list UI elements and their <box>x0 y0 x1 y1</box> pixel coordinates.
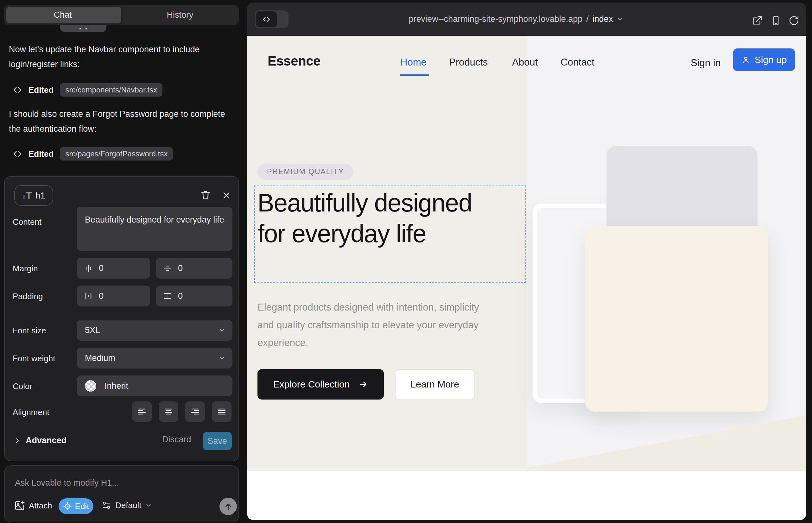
save-button[interactable]: Save <box>203 432 232 450</box>
explore-collection-button[interactable]: Explore Collection <box>258 369 384 399</box>
file-chip[interactable]: src/components/Navbar.tsx <box>60 83 162 96</box>
close-icon[interactable] <box>222 190 231 200</box>
align-center-button[interactable] <box>159 401 178 422</box>
nav-contact[interactable]: Contact <box>561 57 595 68</box>
arrow-right-icon <box>358 380 368 389</box>
padding-vertical-icon <box>163 291 172 301</box>
edit-mode-button[interactable]: Edit <box>58 498 93 514</box>
padding-y-input[interactable]: 0 <box>156 286 232 306</box>
nav-products[interactable]: Products <box>449 57 488 68</box>
arrow-up-icon <box>224 502 233 511</box>
element-tag: h1 <box>35 191 45 201</box>
smartphone-icon <box>771 15 781 26</box>
sliders-icon <box>101 500 111 510</box>
user-icon <box>741 55 750 64</box>
align-left-button[interactable] <box>132 401 152 422</box>
chevron-down-icon <box>145 502 152 509</box>
align-left-icon <box>137 407 147 417</box>
chat-message: Now let's update the Navbar component to… <box>9 42 232 72</box>
hero-heading[interactable]: Beautifully designed for everyday life <box>258 187 486 249</box>
code-icon <box>13 149 22 159</box>
align-right-icon <box>190 407 200 417</box>
chat-message: I should also create a Forgot Password p… <box>9 107 232 137</box>
refresh-icon <box>789 15 799 26</box>
url-page[interactable]: index <box>593 14 613 24</box>
site-logo[interactable]: Essence <box>268 54 320 69</box>
align-justify-button[interactable] <box>212 401 231 422</box>
padding-horizontal-icon <box>84 291 93 301</box>
sign-up-button[interactable]: Sign up <box>733 49 795 71</box>
align-center-icon <box>163 407 174 417</box>
selected-element-chip[interactable]: ᴛT h1 <box>14 185 53 206</box>
sign-in-link[interactable]: Sign in <box>691 57 721 69</box>
alignment-label: Alignment <box>13 408 49 417</box>
nav-active-underline <box>400 74 429 76</box>
font-weight-label: Font weight <box>13 354 55 363</box>
image-plus-icon <box>14 500 25 511</box>
nav-about[interactable]: About <box>512 57 538 68</box>
margin-label: Margin <box>13 264 38 273</box>
edited-label: Edited <box>29 149 54 159</box>
url-separator: / <box>586 14 589 24</box>
font-size-label: Font size <box>13 326 46 336</box>
learn-more-button[interactable]: Learn More <box>395 369 475 399</box>
content-label: Content <box>13 217 41 227</box>
content-input[interactable]: Beautifully designed for everyday life <box>77 207 232 251</box>
attach-button[interactable]: Attach <box>14 500 52 511</box>
font-size-select[interactable]: 5XL <box>77 320 232 341</box>
chevron-down-icon <box>617 16 623 23</box>
align-right-button[interactable] <box>185 401 205 422</box>
device-preview-button[interactable] <box>771 15 781 26</box>
quality-badge: PREMIUM QUALITY <box>258 164 353 180</box>
delete-element-button[interactable] <box>200 189 211 201</box>
color-select[interactable]: Inherit <box>77 376 232 396</box>
color-label: Color <box>13 381 32 391</box>
composer-input[interactable]: Ask Lovable to modify H1... <box>15 478 119 488</box>
refresh-button[interactable] <box>789 15 799 26</box>
edited-file-row[interactable]: Edited src/pages/ForgotPassword.tsx <box>13 146 173 161</box>
code-icon <box>13 85 22 95</box>
chevron-right-icon <box>14 437 21 445</box>
site-viewport: Essence Home Products About Contact Sign… <box>247 36 806 520</box>
section-below-hero <box>247 471 806 520</box>
url-host: preview--charming-site-symphony.lovable.… <box>409 14 583 24</box>
padding-label: Padding <box>13 292 43 301</box>
url-bar[interactable]: preview--charming-site-symphony.lovable.… <box>247 2 796 36</box>
transparent-swatch-icon <box>85 380 96 392</box>
send-button[interactable] <box>219 498 237 515</box>
margin-x-input[interactable]: 0 <box>77 258 150 278</box>
chevron-down-icon <box>218 354 226 362</box>
tab-chat[interactable]: Chat <box>4 5 121 25</box>
advanced-toggle[interactable]: Advanced <box>14 436 67 446</box>
margin-y-input[interactable]: 0 <box>156 258 232 278</box>
tab-history[interactable]: History <box>121 5 239 25</box>
discard-button[interactable]: Discard <box>162 435 191 445</box>
edited-file-row[interactable]: Edited src/components/Navbar.tsx <box>13 82 162 97</box>
decor-cream-rect <box>585 226 768 412</box>
app-window: Chat History Now let's update the Navbar… <box>0 0 812 523</box>
chevron-down-icon <box>218 326 226 334</box>
margin-horizontal-icon <box>84 264 93 273</box>
open-external-button[interactable] <box>752 15 763 26</box>
type-icon: ᴛT <box>22 190 32 201</box>
chat-history-tabs: Chat History <box>4 5 239 25</box>
mode-selector[interactable]: Default <box>101 500 152 510</box>
nav-home[interactable]: Home <box>400 57 427 68</box>
prompt-composer: Ask Lovable to modify H1... Attach Edit … <box>4 465 239 522</box>
margin-vertical-icon <box>163 264 172 273</box>
file-chip[interactable]: src/pages/ForgotPassword.tsx <box>60 147 173 161</box>
crosshair-icon <box>63 502 72 511</box>
padding-x-input[interactable]: 0 <box>77 286 150 306</box>
element-editor-panel: ᴛT h1 Content Beautifully designed for e… <box>4 176 239 461</box>
preview-browser: preview--charming-site-symphony.lovable.… <box>247 2 806 520</box>
hero-paragraph: Elegant products designed with intention… <box>258 299 479 352</box>
external-link-icon <box>752 15 763 26</box>
scrolled-chip-peek <box>60 25 106 32</box>
font-weight-select[interactable]: Medium <box>77 348 232 368</box>
align-justify-icon <box>217 407 227 417</box>
edited-label: Edited <box>29 85 54 95</box>
